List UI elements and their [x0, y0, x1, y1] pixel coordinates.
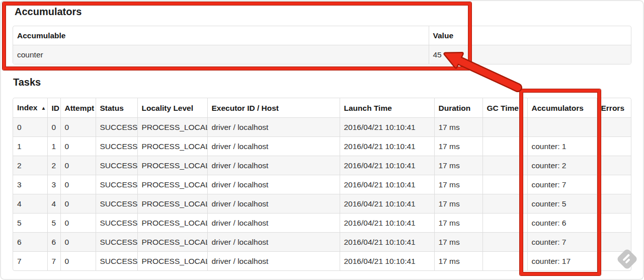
table-cell: driver / localhost	[207, 214, 340, 233]
table-cell	[597, 137, 631, 156]
table-cell: 3	[13, 175, 47, 194]
column-header-locality-level[interactable]: Locality Level	[137, 98, 207, 118]
column-header-gc-time[interactable]: GC Time	[482, 98, 527, 118]
column-header-label: Accumulators	[532, 104, 584, 112]
column-header-executor-id-host[interactable]: Executor ID / Host	[207, 98, 340, 118]
table-cell: SUCCESS	[96, 214, 137, 233]
table-cell: counter: 7	[527, 233, 597, 252]
table-cell: 6	[47, 233, 60, 252]
column-header-attempt[interactable]: Attempt	[60, 98, 96, 118]
column-header-status[interactable]: Status	[96, 98, 137, 118]
table-cell: 5	[13, 214, 47, 233]
table-cell: 0	[60, 214, 96, 233]
column-header-label: Duration	[439, 104, 471, 112]
table-cell	[597, 194, 631, 214]
table-cell	[527, 118, 597, 137]
column-header-label: Status	[100, 104, 124, 112]
table-cell: 0	[60, 194, 96, 214]
table-cell: PROCESS_LOCAL	[137, 252, 207, 271]
table-cell: 5	[47, 214, 60, 233]
table-cell: 0	[60, 233, 96, 252]
table-cell: 17 ms	[434, 118, 482, 137]
table-cell: PROCESS_LOCAL	[137, 233, 207, 252]
table-cell	[482, 118, 527, 137]
table-cell: 1	[13, 137, 47, 156]
table-cell: 2016/04/21 10:10:41	[340, 233, 434, 252]
column-header-label: Errors	[601, 104, 625, 112]
accumulators-section-heading: Accumulators	[15, 6, 82, 18]
table-cell	[597, 214, 631, 233]
column-header-accumulable: Accumulable	[13, 26, 429, 45]
table-row: 550SUCCESSPROCESS_LOCALdriver / localhos…	[13, 214, 631, 233]
table-cell: counter: 5	[527, 194, 597, 214]
table-cell: 0	[60, 175, 96, 194]
accumulable-table: AccumulableValue counter45	[13, 26, 631, 64]
table-cell: driver / localhost	[207, 137, 340, 156]
table-cell: 4	[13, 194, 47, 214]
table-cell: 2016/04/21 10:10:41	[340, 156, 434, 175]
table-cell: 2016/04/21 10:10:41	[340, 118, 434, 137]
table-cell: 2016/04/21 10:10:41	[340, 137, 434, 156]
table-row: 660SUCCESSPROCESS_LOCALdriver / localhos…	[13, 233, 631, 252]
table-cell: SUCCESS	[96, 233, 137, 252]
table-cell	[597, 156, 631, 175]
table-cell: counter	[13, 45, 429, 64]
table-cell: 3	[47, 175, 60, 194]
table-cell	[597, 118, 631, 137]
table-cell: 17 ms	[434, 214, 482, 233]
table-cell: PROCESS_LOCAL	[137, 194, 207, 214]
column-header-id[interactable]: ID	[47, 98, 60, 118]
table-cell: PROCESS_LOCAL	[137, 137, 207, 156]
column-header-accumulators[interactable]: Accumulators	[527, 98, 597, 118]
table-cell: 4	[47, 194, 60, 214]
table-cell	[597, 175, 631, 194]
table-cell: 0	[60, 137, 96, 156]
column-header-index[interactable]: Index▲	[13, 98, 47, 118]
table-cell	[482, 137, 527, 156]
table-cell: 17 ms	[434, 137, 482, 156]
table-cell: SUCCESS	[96, 118, 137, 137]
table-cell: 2	[47, 156, 60, 175]
table-cell: driver / localhost	[207, 118, 340, 137]
column-header-label: Launch Time	[344, 104, 392, 112]
column-header-launch-time[interactable]: Launch Time	[340, 98, 434, 118]
table-cell: 17 ms	[434, 252, 482, 271]
table-row: 110SUCCESSPROCESS_LOCALdriver / localhos…	[13, 137, 631, 156]
table-cell: counter: 2	[527, 156, 597, 175]
table-header-row: AccumulableValue	[13, 26, 631, 45]
table-cell: driver / localhost	[207, 175, 340, 194]
column-header-label: Value	[433, 31, 454, 40]
table-row: 000SUCCESSPROCESS_LOCALdriver / localhos…	[13, 118, 631, 137]
tasks-table-grid: Index▲IDAttemptStatusLocality LevelExecu…	[13, 98, 631, 270]
table-cell: SUCCESS	[96, 252, 137, 271]
table-cell: counter: 7	[527, 175, 597, 194]
table-cell: PROCESS_LOCAL	[137, 214, 207, 233]
table-cell: SUCCESS	[96, 175, 137, 194]
table-cell	[482, 194, 527, 214]
table-cell: 2016/04/21 10:10:41	[340, 214, 434, 233]
column-header-duration[interactable]: Duration	[434, 98, 482, 118]
table-cell: 2	[13, 156, 47, 175]
table-cell: SUCCESS	[96, 194, 137, 214]
column-header-errors[interactable]: Errors	[597, 98, 631, 118]
table-cell: 2016/04/21 10:10:41	[340, 252, 434, 271]
table-row: 220SUCCESSPROCESS_LOCALdriver / localhos…	[13, 156, 631, 175]
column-header-label: Executor ID / Host	[212, 104, 279, 112]
table-cell: driver / localhost	[207, 156, 340, 175]
table-cell: 45	[429, 45, 631, 64]
table-cell: 7	[47, 252, 60, 271]
column-header-value: Value	[429, 26, 631, 45]
table-row: 770SUCCESSPROCESS_LOCALdriver / localhos…	[13, 252, 631, 271]
table-cell: 17 ms	[434, 156, 482, 175]
table-cell: counter: 1	[527, 137, 597, 156]
table-row: 330SUCCESSPROCESS_LOCALdriver / localhos…	[13, 175, 631, 194]
table-cell	[482, 252, 527, 271]
table-cell: 0	[60, 118, 96, 137]
table-cell	[482, 156, 527, 175]
column-header-label: Attempt	[65, 104, 95, 112]
column-header-label: Accumulable	[17, 31, 65, 40]
table-cell: 0	[47, 118, 60, 137]
table-cell: PROCESS_LOCAL	[137, 118, 207, 137]
table-row: counter45	[13, 45, 631, 64]
table-cell: 17 ms	[434, 233, 482, 252]
